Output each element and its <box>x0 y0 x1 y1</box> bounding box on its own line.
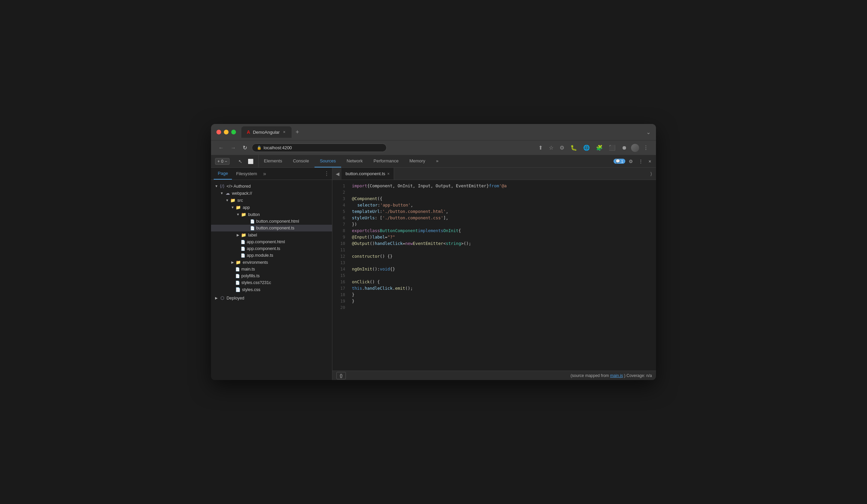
file-tree-body: ⟨/⟩ </> Authored ☁ webpack:// 📁 src <box>211 180 332 380</box>
device-emulation-icon[interactable]: ⬜ <box>246 157 256 165</box>
label-folder-icon: 📁 <box>241 232 247 238</box>
counter-minus[interactable]: − <box>225 159 227 164</box>
extension3-icon[interactable]: 🌐 <box>581 143 592 152</box>
src-folder-icon: 📁 <box>230 198 236 203</box>
line-num-17: 17 <box>332 285 349 292</box>
address-bar[interactable]: 🔒 localhost:4200 <box>252 143 387 152</box>
tree-src[interactable]: 📁 src <box>211 197 332 204</box>
authored-icon: ⟨/⟩ <box>219 184 225 189</box>
line-num-20: 20 <box>332 304 349 311</box>
styles-hash-icon: 📄 <box>235 281 240 285</box>
extension4-icon[interactable]: 🧩 <box>594 143 605 152</box>
code-line-3: @Component({ <box>349 195 656 202</box>
tab-more[interactable]: » <box>430 155 443 167</box>
browser-window: A DemoAngular × + ⌄ ← → ↻ 🔒 localhost:42… <box>211 124 656 380</box>
tree-deployed[interactable]: ⬡ Deployed <box>211 294 332 302</box>
tab-network[interactable]: Network <box>341 155 368 167</box>
tree-app-component-ts[interactable]: 📄 app.component.ts <box>211 245 332 252</box>
tab-console[interactable]: Console <box>288 155 314 167</box>
browser-tab[interactable]: A DemoAngular × <box>242 126 292 138</box>
forward-button[interactable]: → <box>228 143 238 152</box>
file-tree-tab-filesystem[interactable]: Filesystem <box>232 168 261 179</box>
devtools-content: Page Filesystem » ⋮ ⟨/⟩ </> Authored <box>211 168 656 380</box>
tree-app-component-html[interactable]: 📄 app.component.html <box>211 239 332 245</box>
tree-app-module-ts[interactable]: 📄 app.module.ts <box>211 252 332 259</box>
share-icon[interactable]: ⬆ <box>536 143 545 152</box>
tab-bar: A DemoAngular × + <box>242 126 643 138</box>
line-num-7: 7 <box>332 221 349 227</box>
tree-styles-css[interactable]: 📄 styles.css <box>211 286 332 293</box>
devtools-panel: + 0 − ↖ ⬜ Elements Console Sources <box>211 155 656 380</box>
tree-webpack[interactable]: ☁ webpack:// <box>211 190 332 197</box>
line-num-19: 19 <box>332 298 349 304</box>
code-panel: ◀ button.component.ts × ⟩ 1 2 3 4 5 6 <box>332 168 656 380</box>
status-bar: {} (source mapped from main.js ) Coverag… <box>332 371 656 380</box>
nav-icons: ⬆ ☆ ⚙ 🐛 🌐 🧩 ⬛ ⏺ ⋮ <box>536 143 651 152</box>
settings-icon[interactable]: ⚙ <box>627 157 635 165</box>
line-num-3: 3 <box>332 195 349 202</box>
app-ts-icon: 📄 <box>241 246 245 251</box>
window-dropdown[interactable]: ⌄ <box>646 129 651 135</box>
more-options-icon[interactable]: ⋮ <box>636 157 645 165</box>
tab-elements[interactable]: Elements <box>258 155 288 167</box>
code-line-18: } <box>349 292 656 298</box>
close-devtools-icon[interactable]: × <box>646 157 653 165</box>
maximize-button[interactable] <box>231 130 236 134</box>
line-num-4: 4 <box>332 202 349 208</box>
tree-arrow-label <box>235 233 241 237</box>
file-tree-tab-page[interactable]: Page <box>214 168 232 179</box>
tree-styles-hash[interactable]: 📄 styles.css?231c <box>211 279 332 286</box>
page-counter[interactable]: + 0 − <box>215 158 229 165</box>
counter-value: 0 <box>221 159 224 164</box>
lock-icon: 🔒 <box>257 145 261 150</box>
tab-sources[interactable]: Sources <box>314 155 342 167</box>
extension6-icon[interactable]: ⏺ <box>620 143 629 152</box>
tree-environments[interactable]: 📁 environments <box>211 259 332 266</box>
env-folder-icon: 📁 <box>235 260 242 265</box>
back-button[interactable]: ← <box>216 143 226 152</box>
bookmark-icon[interactable]: ☆ <box>547 143 556 152</box>
nav-back-icon[interactable]: ◀ <box>334 170 342 178</box>
close-button[interactable] <box>216 130 221 134</box>
new-tab-button[interactable]: + <box>293 127 302 137</box>
tree-button-component-html[interactable]: 📄 button.component.html <box>211 218 332 225</box>
source-mapped-link[interactable]: main.js <box>610 373 623 378</box>
more-menu-icon[interactable]: ⋮ <box>641 143 651 152</box>
tree-button-folder[interactable]: 📁 button <box>211 211 332 218</box>
tree-app[interactable]: 📁 app <box>211 204 332 211</box>
inspect-cursor-icon[interactable]: ↖ <box>236 157 244 165</box>
status-bar-left: {} <box>336 372 346 379</box>
code-content[interactable]: import { Component, OnInit, Input, Outpu… <box>349 180 656 371</box>
tab-memory[interactable]: Memory <box>404 155 430 167</box>
tree-polyfills[interactable]: 📄 polyfills.ts <box>211 273 332 279</box>
code-tab-button-ts[interactable]: button.component.ts × <box>342 168 394 179</box>
tab-performance[interactable]: Performance <box>368 155 404 167</box>
code-line-11 <box>349 246 656 253</box>
code-line-10: @Output() handleClick = new EventEmitter… <box>349 240 656 246</box>
refresh-button[interactable]: ↻ <box>241 143 249 152</box>
code-line-6: styleUrls: ['./button.component.css'], <box>349 215 656 221</box>
tree-label-folder[interactable]: 📁 label <box>211 231 332 239</box>
extension1-icon[interactable]: ⚙ <box>558 143 566 152</box>
file-tree-menu-icon[interactable]: ⋮ <box>324 171 329 177</box>
counter-area: + 0 − <box>211 155 234 167</box>
tree-main-ts[interactable]: 📄 main.ts <box>211 266 332 273</box>
console-badge[interactable]: 💬 1 <box>613 159 625 164</box>
user-avatar[interactable] <box>631 144 639 152</box>
tree-arrow-button <box>235 212 241 216</box>
collapse-panel-icon[interactable]: ⟩ <box>647 170 655 178</box>
app-html-icon: 📄 <box>241 240 245 244</box>
extension2-icon[interactable]: 🐛 <box>568 143 579 152</box>
minimize-button[interactable] <box>224 130 228 134</box>
file-tree-more-tabs[interactable]: » <box>261 171 268 177</box>
tree-authored[interactable]: ⟨/⟩ </> Authored <box>211 183 332 190</box>
code-tab-close-icon[interactable]: × <box>387 172 390 176</box>
pretty-print-button[interactable]: {} <box>336 372 346 379</box>
counter-plus[interactable]: + <box>217 159 220 164</box>
line-num-14: 14 <box>332 266 349 272</box>
extension5-icon[interactable]: ⬛ <box>607 143 618 152</box>
tab-close-button[interactable]: × <box>282 129 286 135</box>
coverage-text: ) Coverage: n/a <box>624 373 652 378</box>
tree-button-component-ts[interactable]: 📄 button.component.ts <box>211 225 332 231</box>
devtools-tabs: Elements Console Sources Network Perform… <box>258 155 611 167</box>
